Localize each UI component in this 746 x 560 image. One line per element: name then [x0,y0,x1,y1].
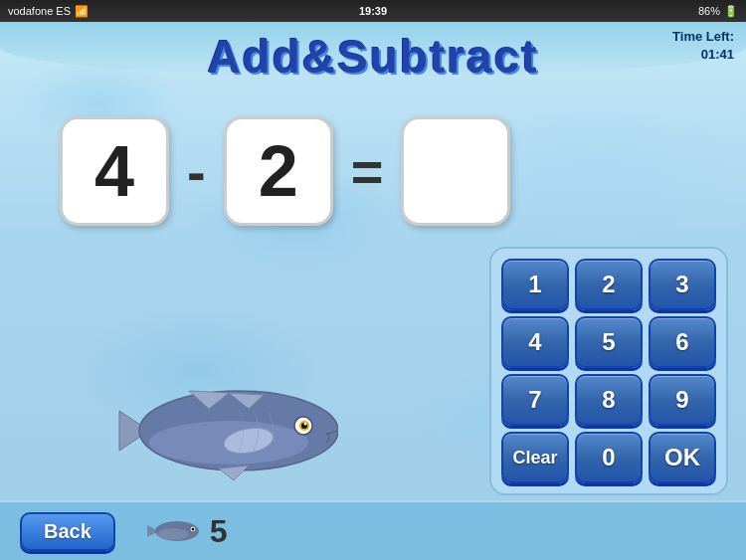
score-fish-icon [145,517,200,545]
btn-7[interactable]: 7 [501,374,569,426]
battery-text: 86% [698,5,720,17]
number-1: 4 [60,116,169,226]
svg-point-10 [304,423,307,426]
wifi-icon: 📶 [75,5,89,18]
timer-label: Time Left: [672,28,734,46]
status-time: 19:39 [359,5,387,17]
back-button[interactable]: Back [20,512,115,551]
equals-sign: = [351,139,384,204]
bottom-bar: Back 5 [0,500,746,560]
btn-3[interactable]: 3 [649,259,716,310]
app-title: Add&Subtract [0,30,746,84]
status-bar: vodafone ES 📶 19:39 86% 🔋 [0,0,746,22]
score-value: 5 [210,513,228,550]
equation: 4 - 2 = [60,116,510,226]
btn-8[interactable]: 8 [575,374,643,426]
btn-1[interactable]: 1 [501,259,569,310]
number-2: 2 [224,116,333,226]
btn-9[interactable]: 9 [649,374,716,426]
svg-marker-5 [219,466,249,480]
timer-value: 01:41 [672,46,734,64]
status-carrier: vodafone ES 📶 [8,5,89,18]
main-area: Add&Subtract Time Left: 01:41 4 - 2 = [0,22,746,560]
battery-icon: 🔋 [724,5,738,18]
btn-5[interactable]: 5 [575,316,643,368]
btn-2[interactable]: 2 [575,259,643,310]
ok-button[interactable]: OK [649,432,716,483]
svg-point-14 [157,528,189,540]
big-fish-image [109,371,338,490]
answer-box[interactable] [401,116,510,226]
btn-6[interactable]: 6 [649,316,716,368]
score-area: 5 [145,513,228,550]
carrier-text: vodafone ES [8,5,71,17]
btn-0[interactable]: 0 [575,432,643,483]
timer-box: Time Left: 01:41 [672,28,734,64]
numpad: 1 2 3 4 5 6 7 8 9 Clear 0 OK [489,247,728,495]
svg-point-16 [191,528,194,531]
status-right: 86% 🔋 [698,5,738,18]
operator: - [187,139,206,204]
clear-button[interactable]: Clear [501,432,569,483]
btn-4[interactable]: 4 [501,316,569,368]
